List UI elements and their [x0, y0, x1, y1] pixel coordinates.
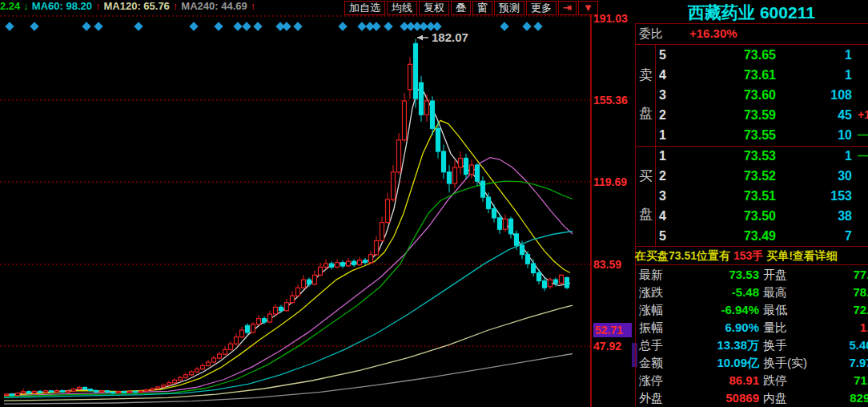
ask-level-2-row[interactable]: 273.5945+1: [656, 106, 868, 126]
event-diamond-icon[interactable]: [5, 22, 14, 30]
toolbar-button-3[interactable]: 叠: [451, 1, 471, 15]
ask-level-3-row[interactable]: 373.60108: [656, 86, 868, 106]
candle-up: [33, 391, 37, 393]
candle-up: [369, 255, 373, 263]
bid-level-3-row[interactable]: 373.51153: [656, 187, 868, 207]
candle-down: [330, 264, 334, 267]
level-number: 4: [659, 68, 666, 83]
hint-lots: 153手: [733, 249, 763, 262]
stat-value: 73.53: [671, 268, 759, 281]
chart-toolbar: 加自选均线复权叠窗预测更多⇥▼: [344, 1, 600, 15]
event-diamond-icon[interactable]: [432, 22, 441, 30]
candle-down: [476, 165, 480, 181]
level-number: 3: [659, 189, 666, 204]
peak-price-annotation: 182.07: [432, 30, 468, 44]
event-diamond-icon[interactable]: [522, 22, 531, 30]
event-diamond-icon[interactable]: [189, 22, 198, 30]
bid-level-1-row[interactable]: 173.531—: [656, 147, 868, 167]
stat-value: 77.88: [802, 268, 868, 281]
event-diamond-icon[interactable]: [282, 22, 291, 30]
scroll-right-icon[interactable]: ⇥: [558, 1, 577, 15]
level-price: 73.51: [704, 189, 776, 204]
candle-up: [375, 241, 379, 255]
level-price: 73.61: [704, 68, 776, 83]
stat-value: 10.09亿: [671, 356, 759, 371]
candle-up: [117, 392, 121, 393]
stat-value: 71.11: [802, 373, 868, 387]
bid-level-5-row[interactable]: 573.497: [656, 227, 868, 247]
stat-value: 50869: [671, 391, 759, 405]
bid-level-4-row[interactable]: 473.5038: [656, 207, 868, 227]
level-volume: 45: [784, 108, 852, 123]
candle-down: [481, 181, 485, 197]
candle-up: [162, 385, 166, 387]
candle-up: [5, 394, 9, 396]
event-diamond-icon[interactable]: [134, 22, 143, 30]
candlestick-chart[interactable]: 182.07: [0, 0, 593, 407]
candle-up: [78, 388, 82, 389]
divider: [635, 44, 868, 45]
quote-panel: 西藏药业 600211 委比 +16.30% 64 卖盘买盘573.651473…: [635, 0, 868, 407]
candle-up: [16, 393, 20, 396]
candle-up: [386, 199, 390, 223]
weibi-value: +16.30%: [689, 26, 737, 40]
candle-down: [554, 280, 558, 283]
candle-down: [442, 151, 446, 172]
event-diamond-icon[interactable]: [338, 22, 347, 30]
candle-up: [218, 354, 222, 358]
event-diamond-icon[interactable]: [30, 22, 38, 30]
event-diamond-icon[interactable]: [533, 22, 542, 30]
candle-up: [291, 296, 295, 303]
candle-down: [94, 391, 98, 393]
candle-down: [431, 101, 435, 128]
event-diamond-icon[interactable]: [293, 22, 302, 30]
ask-level-4-row[interactable]: 473.611: [656, 66, 868, 86]
candle-down: [83, 388, 87, 389]
event-diamond-icon[interactable]: [233, 22, 242, 30]
event-diamond-icon[interactable]: [500, 22, 508, 30]
stat-row-5: 金额10.09亿换手(实)7.97%: [635, 354, 868, 372]
candle-up: [324, 264, 328, 267]
event-diamond-icon[interactable]: [357, 22, 366, 30]
candle-down: [111, 392, 115, 393]
toolbar-button-2[interactable]: 复权: [419, 1, 449, 15]
candle-up: [229, 344, 233, 349]
candle-down: [420, 83, 424, 115]
toolbar-button-4[interactable]: 窗: [472, 1, 492, 15]
candle-up: [347, 261, 351, 266]
level-price: 73.59: [704, 108, 776, 123]
stat-value: -5.48: [671, 285, 759, 299]
level-price: 73.65: [704, 48, 776, 62]
event-diamond-icon[interactable]: [94, 22, 102, 30]
candle-down: [487, 197, 491, 208]
bid-level-2-row[interactable]: 273.5230: [656, 167, 868, 187]
candle-down: [279, 307, 283, 310]
ask-level-1-row[interactable]: 173.5510—: [656, 126, 868, 146]
candle-down: [263, 319, 267, 322]
event-diamond-icon[interactable]: [372, 22, 380, 30]
toolbar-button-0[interactable]: 加自选: [344, 1, 385, 15]
stat-value: 82935: [802, 391, 868, 405]
up-arrow-icon: ↑: [95, 0, 101, 12]
candle-down: [134, 391, 138, 393]
stat-label: 换手(实): [763, 356, 807, 371]
stat-label: 涨停: [639, 373, 663, 389]
event-diamond-icon[interactable]: [82, 22, 90, 30]
toolbar-button-6[interactable]: 更多: [526, 1, 557, 15]
candle-up: [128, 391, 132, 393]
event-diamond-icon[interactable]: [214, 22, 223, 30]
divider: [635, 146, 868, 147]
stat-label: 金额: [639, 356, 663, 371]
ma-indicator-bar: 2.24↓MA60: 98.20↑MA120: 65.76↑MA240: 44.…: [0, 0, 259, 14]
event-diamond-icon[interactable]: [242, 22, 251, 30]
candle-up: [190, 372, 194, 375]
level-number: 2: [659, 108, 666, 123]
event-diamond-icon[interactable]: [384, 22, 392, 30]
axis-price-label: 83.59: [593, 258, 632, 271]
toolbar-button-1[interactable]: 均线: [387, 1, 417, 15]
ask-level-5-row[interactable]: 573.651: [656, 46, 868, 66]
large-order-hint-link[interactable]: 在买盘73.51位置有 153手 买单!查看详细: [635, 247, 868, 264]
level-volume: 1: [784, 68, 852, 83]
toolbar-button-5[interactable]: 预测: [494, 1, 524, 15]
event-diamond-icon[interactable]: [253, 22, 262, 30]
